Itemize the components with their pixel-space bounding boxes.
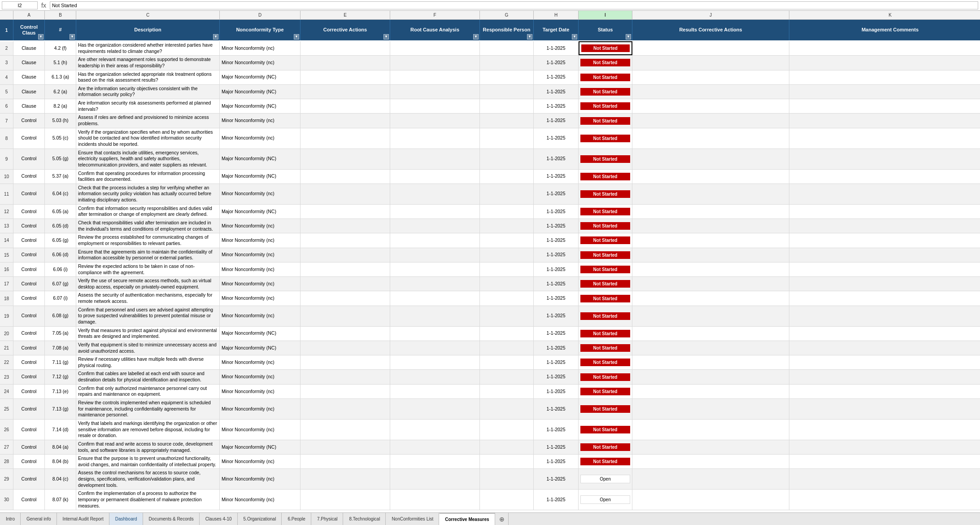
cell-nonconformity-type[interactable]: Minor Nonconformity (nc) [220,291,301,305]
cell-results-corrective[interactable] [632,219,789,233]
cell-nonconformity-type[interactable]: Major Nonconformity (NC) [220,327,301,341]
cell-control-clause[interactable]: Clause [13,85,45,99]
cell-management-comments[interactable] [789,291,980,305]
cell-nonconformity-type[interactable]: Minor Nonconformity (nc) [220,355,301,369]
cell-status[interactable]: Not Started [579,114,632,127]
cell-status[interactable]: Not Started [579,41,632,55]
cell-results-corrective[interactable] [632,455,789,468]
cell-control-clause[interactable]: Control [13,306,45,326]
cell-results-corrective[interactable] [632,469,789,489]
cell-description[interactable]: Confirm that personnel and users are adv… [76,306,220,326]
cell-target-date[interactable]: 1-1-2025 [534,469,579,489]
tab-clauses-4-10[interactable]: Clauses 4-10 [200,513,238,525]
cell-corrective-actions[interactable] [301,385,390,398]
cell-root-cause[interactable] [390,490,480,510]
cell-control-clause[interactable]: Control [13,149,45,169]
cell-target-date[interactable]: 1-1-2025 [534,219,579,233]
cell-results-corrective[interactable] [632,277,789,291]
cell-description[interactable]: Confirm that cables are labelled at each… [76,370,220,384]
cell-responsible-person[interactable] [480,56,534,70]
cell-target-date[interactable]: 1-1-2025 [534,399,579,419]
cell-nonconformity-type[interactable]: Minor Nonconformity (nc) [220,233,301,247]
cell-control-clause[interactable]: Control [13,170,45,184]
cell-responsible-person[interactable] [480,205,534,219]
cell-root-cause[interactable] [390,149,480,169]
cell-root-cause[interactable] [390,114,480,127]
cell-corrective-actions[interactable] [301,469,390,489]
cell-status[interactable]: Open [579,490,632,510]
filter-target-date[interactable]: ▼ [572,34,577,39]
cell-number[interactable]: 5.1 (h) [45,56,76,70]
cell-description[interactable]: Check that the process includes a step f… [76,184,220,204]
cell-nonconformity-type[interactable]: Major Nonconformity (NC) [220,149,301,169]
cell-corrective-actions[interactable] [301,248,390,262]
cell-description[interactable]: Has the organization considered whether … [76,41,220,55]
cell-management-comments[interactable] [789,248,980,262]
cell-number[interactable]: 8.2 (a) [45,99,76,113]
cell-corrective-actions[interactable] [301,219,390,233]
cell-root-cause[interactable] [390,41,480,55]
cell-root-cause[interactable] [390,248,480,262]
cell-root-cause[interactable] [390,385,480,398]
cell-number[interactable]: 6.05 (g) [45,233,76,247]
cell-corrective-actions[interactable] [301,114,390,127]
cell-status[interactable]: Not Started [579,99,632,113]
cell-management-comments[interactable] [789,440,980,454]
cell-target-date[interactable]: 1-1-2025 [534,277,579,291]
cell-results-corrective[interactable] [632,170,789,184]
cell-corrective-actions[interactable] [301,341,390,355]
cell-management-comments[interactable] [789,184,980,204]
cell-nonconformity-type[interactable]: Major Nonconformity (NC) [220,70,301,84]
cell-root-cause[interactable] [390,306,480,326]
tab-add-sheet[interactable]: ⊕ [495,513,509,525]
cell-management-comments[interactable] [789,99,980,113]
cell-number[interactable]: 6.06 (d) [45,248,76,262]
cell-target-date[interactable]: 1-1-2025 [534,70,579,84]
cell-root-cause[interactable] [390,399,480,419]
cell-nonconformity-type[interactable]: Minor Nonconformity (nc) [220,262,301,276]
cell-responsible-person[interactable] [480,355,534,369]
cell-root-cause[interactable] [390,277,480,291]
cell-nonconformity-type[interactable]: Minor Nonconformity (nc) [220,219,301,233]
tab-dashboard[interactable]: Dashboard [109,513,143,525]
cell-description[interactable]: Ensure that the agreements aim to mainta… [76,248,220,262]
cell-results-corrective[interactable] [632,149,789,169]
cell-corrective-actions[interactable] [301,355,390,369]
filter-control-clause[interactable]: ▼ [38,34,44,39]
cell-responsible-person[interactable] [480,490,534,510]
name-box[interactable]: I2 [2,1,38,9]
cell-number[interactable]: 7.12 (g) [45,370,76,384]
cell-status[interactable]: Not Started [579,170,632,184]
cell-nonconformity-type[interactable]: Major Nonconformity (NC) [220,341,301,355]
cell-status[interactable]: Open [579,469,632,489]
cell-status[interactable]: Not Started [579,440,632,454]
cell-responsible-person[interactable] [480,85,534,99]
cell-corrective-actions[interactable] [301,85,390,99]
cell-description[interactable]: Are other relevant management roles supp… [76,56,220,70]
cell-status[interactable]: Not Started [579,70,632,84]
cell-management-comments[interactable] [789,262,980,276]
cell-number[interactable]: 6.08 (g) [45,306,76,326]
filter-nonconformity-type[interactable]: ▼ [294,34,299,39]
cell-control-clause[interactable]: Control [13,455,45,468]
cell-status[interactable]: Not Started [579,291,632,305]
cell-control-clause[interactable]: Control [13,262,45,276]
tab-organizational[interactable]: 5.Organizational [238,513,282,525]
cell-number[interactable]: 6.06 (i) [45,262,76,276]
cell-description[interactable]: Confirm the implementation of a process … [76,490,220,510]
cell-control-clause[interactable]: Control [13,327,45,341]
cell-corrective-actions[interactable] [301,99,390,113]
cell-management-comments[interactable] [789,277,980,291]
cell-results-corrective[interactable] [632,114,789,127]
cell-results-corrective[interactable] [632,70,789,84]
cell-control-clause[interactable]: Clause [13,56,45,70]
cell-management-comments[interactable] [789,469,980,489]
cell-description[interactable]: Review the expected actions to be taken … [76,262,220,276]
cell-number[interactable]: 6.04 (c) [45,184,76,204]
cell-management-comments[interactable] [789,355,980,369]
filter-root-cause[interactable]: ▼ [473,34,479,39]
cell-responsible-person[interactable] [480,99,534,113]
cell-target-date[interactable]: 1-1-2025 [534,114,579,127]
cell-description[interactable]: Are information security risk assessment… [76,99,220,113]
cell-number[interactable]: 4.2 (f) [45,41,76,55]
